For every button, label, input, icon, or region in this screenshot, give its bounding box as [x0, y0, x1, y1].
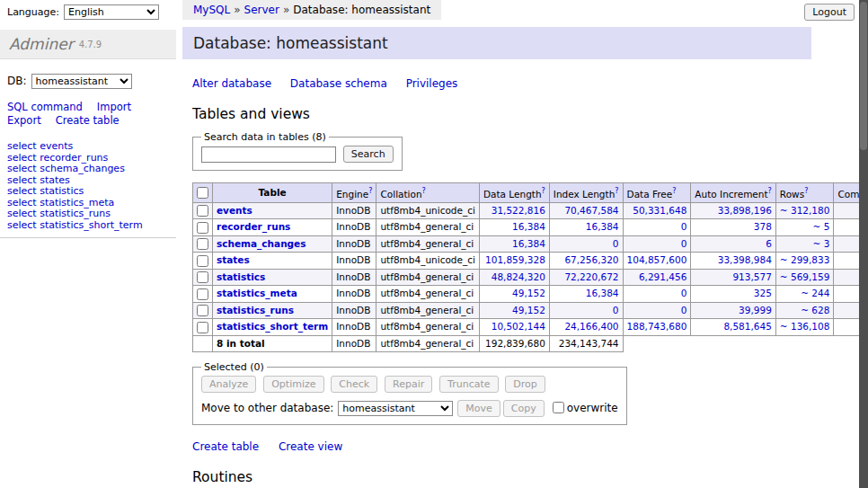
column-help-link[interactable]: ?	[672, 187, 676, 195]
privileges-link[interactable]: Privileges	[406, 77, 458, 90]
language-select[interactable]: English	[64, 4, 159, 20]
row-select-checkbox[interactable]	[197, 238, 208, 250]
data-free-link[interactable]: 104,857,600	[627, 254, 687, 265]
truncate-button[interactable]: Truncate	[439, 376, 498, 393]
index-length-link[interactable]: 24,166,400	[564, 321, 618, 332]
row-select-checkbox[interactable]	[197, 222, 208, 234]
adminer-logo-link[interactable]: Adminer	[9, 35, 74, 53]
row-select-checkbox[interactable]	[197, 271, 208, 283]
row-select-checkbox[interactable]	[197, 205, 208, 217]
row-select-checkbox[interactable]	[197, 322, 208, 333]
table-name-link[interactable]: states	[217, 254, 250, 265]
column-help-link[interactable]: ?	[368, 187, 372, 195]
column-help-link[interactable]: ?	[615, 187, 618, 195]
sidebar-item-select-statistics-short-term[interactable]: select statistics_short_term	[7, 220, 176, 232]
rows-count-link[interactable]: ~ 3	[813, 238, 830, 249]
rows-count-link[interactable]: ~ 244	[801, 288, 829, 298]
index-length-link[interactable]: 70,467,584	[564, 205, 618, 216]
scrollbar-thumb[interactable]	[860, 2, 867, 150]
data-length-link[interactable]: 49,152	[512, 305, 545, 315]
row-select-checkbox[interactable]	[197, 305, 208, 316]
table-name-link[interactable]: statistics_short_term	[217, 321, 328, 332]
rows-count-link[interactable]: ~ 628	[801, 305, 829, 315]
sidebar-sql-command-link[interactable]: SQL command	[7, 101, 83, 113]
vertical-scrollbar[interactable]	[859, 0, 868, 488]
move-button[interactable]: Move	[457, 400, 500, 417]
data-free-link[interactable]: 0	[681, 238, 687, 249]
sidebar-item-select-statistics-runs[interactable]: select statistics_runs	[7, 209, 176, 220]
repair-button[interactable]: Repair	[385, 376, 432, 393]
search-input[interactable]	[201, 146, 336, 163]
rows-count-link[interactable]: ~ 299,833	[780, 254, 830, 265]
data-length-link[interactable]: 16,384	[512, 221, 545, 232]
data-length-link[interactable]: 101,859,328	[485, 254, 545, 265]
auto-increment-link[interactable]: 6	[766, 238, 772, 249]
auto-increment-link[interactable]: 378	[754, 221, 772, 232]
data-free-link[interactable]: 0	[681, 221, 687, 232]
alter-database-link[interactable]: Alter database	[192, 77, 271, 90]
table-name-link[interactable]: recorder_runs	[217, 221, 290, 232]
column-help-link[interactable]: ?	[768, 187, 772, 195]
database-schema-link[interactable]: Database schema	[290, 77, 387, 90]
table-name-link[interactable]: schema_changes	[217, 238, 306, 249]
data-length-link[interactable]: 49,152	[512, 288, 545, 298]
data-length-link[interactable]: 31,522,816	[492, 205, 545, 216]
auto-increment-link[interactable]: 8,581,645	[723, 321, 771, 332]
create-table-link[interactable]: Create table	[192, 440, 259, 453]
auto-increment-link[interactable]: 33,898,196	[718, 205, 772, 216]
overwrite-checkbox[interactable]	[553, 402, 564, 413]
sidebar-import-link[interactable]: Import	[97, 101, 131, 113]
optimize-button[interactable]: Optimize	[263, 376, 323, 393]
sidebar-create-table-link[interactable]: Create table	[56, 114, 120, 127]
data-free-link[interactable]: 188,743,680	[627, 321, 687, 332]
sidebar-export-link[interactable]: Export	[7, 114, 41, 127]
column-help-link[interactable]: ?	[422, 187, 426, 195]
breadcrumb-mysql-link[interactable]: MySQL	[193, 4, 230, 16]
auto-increment-link[interactable]: 39,999	[739, 305, 772, 315]
index-length-link[interactable]: 0	[613, 305, 619, 315]
search-button[interactable]: Search	[343, 146, 394, 163]
move-db-select[interactable]: homeassistant	[338, 401, 453, 416]
index-length-link[interactable]: 0	[613, 238, 619, 249]
index-length-link[interactable]: 67,256,320	[564, 254, 618, 265]
data-length-link[interactable]: 16,384	[512, 238, 545, 249]
breadcrumb-server-link[interactable]: Server	[244, 4, 279, 16]
data-length-link[interactable]: 48,824,320	[492, 271, 545, 282]
data-free-link[interactable]: 0	[681, 305, 687, 315]
db-select[interactable]: homeassistant	[31, 74, 132, 89]
rows-count-link[interactable]: ~ 5	[813, 221, 830, 232]
table-name-link[interactable]: statistics	[217, 271, 265, 282]
analyze-button[interactable]: Analyze	[201, 376, 256, 393]
db-selector-row: DB:homeassistant	[7, 74, 176, 89]
rows-count-link[interactable]: ~ 136,108	[780, 321, 830, 332]
create-view-link[interactable]: Create view	[279, 440, 342, 453]
index-length-link[interactable]: 16,384	[586, 221, 619, 232]
sidebar-item-select-statistics[interactable]: select statistics	[7, 186, 176, 198]
table-name-link[interactable]: statistics_runs	[217, 305, 294, 315]
table-row: statistics InnoDB utf8mb4_general_ci 48,…	[193, 269, 868, 286]
sidebar-item-select-events[interactable]: select events	[7, 141, 176, 153]
data-free-link[interactable]: 6,291,456	[639, 271, 686, 282]
table-name-link[interactable]: events	[217, 205, 252, 216]
check-button[interactable]: Check	[331, 376, 377, 393]
column-help-link[interactable]: ?	[804, 187, 808, 195]
rows-count-link[interactable]: ~ 569,159	[780, 271, 830, 282]
table-name-link[interactable]: statistics_meta	[217, 288, 297, 298]
row-select-checkbox[interactable]	[197, 255, 208, 267]
auto-increment-link[interactable]: 33,398,984	[718, 254, 772, 265]
sidebar-item-select-schema-changes[interactable]: select schema_changes	[7, 164, 176, 175]
rows-count-link[interactable]: ~ 312,180	[780, 205, 830, 216]
logout-button[interactable]: Logout	[804, 4, 855, 21]
row-select-checkbox[interactable]	[197, 288, 208, 300]
drop-button[interactable]: Drop	[505, 376, 545, 393]
data-length-link[interactable]: 10,502,144	[492, 321, 545, 332]
auto-increment-link[interactable]: 325	[754, 288, 772, 298]
index-length-link[interactable]: 72,220,672	[564, 271, 618, 282]
data-free-link[interactable]: 0	[681, 288, 687, 298]
data-free-link[interactable]: 50,331,648	[633, 205, 686, 216]
auto-increment-link[interactable]: 913,577	[732, 271, 771, 282]
select-all-checkbox[interactable]	[197, 187, 208, 199]
column-help-link[interactable]: ?	[542, 187, 545, 195]
index-length-link[interactable]: 16,384	[586, 288, 619, 298]
copy-button[interactable]: Copy	[503, 400, 545, 417]
